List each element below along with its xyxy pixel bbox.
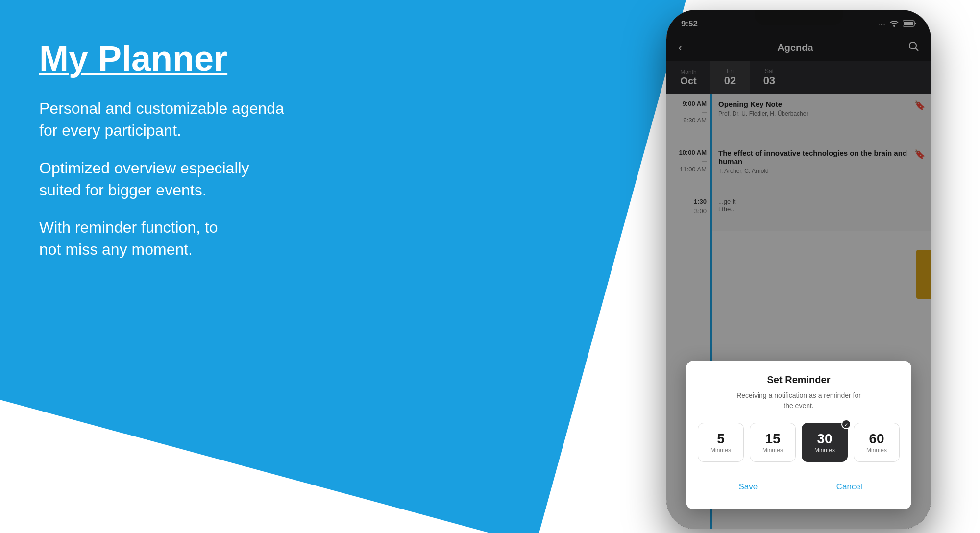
- phone-screen: 9:52 ····: [666, 10, 931, 529]
- dialog-description: Receiving a notification as a reminder f…: [698, 390, 900, 411]
- reminder-60min[interactable]: 60 Minutes: [854, 423, 900, 462]
- description-1: Personal and customizable agendafor ever…: [39, 97, 333, 142]
- phone-mockup: 9:52 ····: [666, 10, 941, 529]
- reminder-options: 5 Minutes 15 Minutes ✓ 30 Minutes: [698, 423, 900, 462]
- reminder-dialog-overlay: Set Reminder Receiving a notification as…: [666, 10, 931, 529]
- description-2: Optimized overview especiallysuited for …: [39, 157, 333, 201]
- dialog-actions: Save Cancel: [698, 474, 900, 500]
- reminder-15-num: 15: [765, 431, 780, 447]
- description-3: With reminder function, tonot miss any m…: [39, 217, 333, 261]
- reminder-15-unit: Minutes: [762, 447, 783, 454]
- reminder-15min[interactable]: 15 Minutes: [750, 423, 796, 462]
- dialog-title: Set Reminder: [698, 374, 900, 386]
- reminder-5-unit: Minutes: [710, 447, 731, 454]
- cancel-button[interactable]: Cancel: [799, 474, 900, 500]
- reminder-60-num: 60: [869, 431, 884, 447]
- check-icon: ✓: [841, 419, 851, 429]
- save-button[interactable]: Save: [698, 474, 799, 500]
- app-title: My Planner: [39, 39, 333, 78]
- reminder-60-unit: Minutes: [866, 447, 887, 454]
- reminder-30-num: 30: [817, 431, 832, 447]
- reminder-30min[interactable]: ✓ 30 Minutes: [802, 423, 848, 462]
- reminder-dialog: Set Reminder Receiving a notification as…: [686, 361, 911, 509]
- reminder-30-unit: Minutes: [814, 447, 835, 454]
- reminder-5-num: 5: [717, 431, 725, 447]
- phone-body: 9:52 ····: [666, 10, 931, 529]
- left-content: My Planner Personal and customizable age…: [0, 0, 372, 533]
- reminder-5min[interactable]: 5 Minutes: [698, 423, 744, 462]
